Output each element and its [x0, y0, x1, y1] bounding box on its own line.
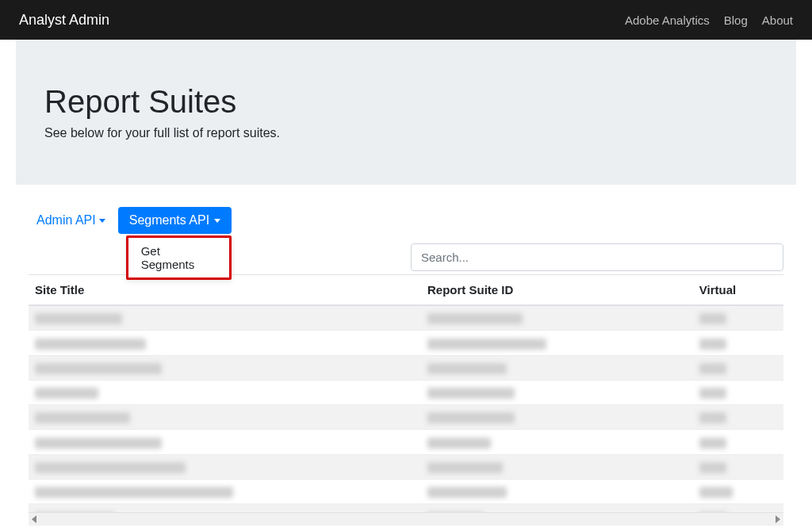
nav-link-adobe-analytics[interactable]: Adobe Analytics: [625, 13, 710, 27]
search-input[interactable]: [411, 243, 783, 271]
cell-virtual: [693, 380, 783, 404]
table-row[interactable]: [29, 430, 783, 454]
cell-virtual: [693, 331, 783, 355]
table-row[interactable]: [29, 480, 783, 504]
cell-report-suite-id: [421, 331, 693, 355]
table-row[interactable]: [29, 504, 783, 512]
cell-site-title: [29, 331, 421, 355]
page-subtitle: See below for your full list of report s…: [44, 126, 768, 140]
table-row[interactable]: [29, 355, 783, 380]
admin-api-dropdown-button[interactable]: Admin API: [29, 209, 113, 232]
cell-report-suite-id: [421, 480, 693, 504]
cell-report-suite-id: [421, 405, 693, 430]
redacted-text: [699, 412, 726, 423]
segments-api-label: Segments API: [129, 213, 209, 228]
redacted-text: [699, 339, 726, 350]
cell-virtual: [693, 454, 783, 479]
redacted-text: [427, 487, 507, 498]
redacted-text: [427, 438, 491, 449]
report-suites-section: Site Title Report Suite ID Virtual: [29, 243, 783, 512]
caret-down-icon: [99, 219, 105, 223]
column-header-report-suite-id[interactable]: Report Suite ID: [421, 275, 693, 305]
cell-site-title: [29, 480, 421, 504]
api-toolbar: Admin API Segments API Get Segments: [0, 185, 812, 234]
segments-api-dropdown-menu: Get Segments: [126, 235, 232, 280]
redacted-text: [699, 313, 726, 324]
redacted-text: [35, 363, 162, 374]
segments-api-dropdown-button[interactable]: Segments API: [118, 207, 232, 234]
cell-virtual: [693, 355, 783, 380]
redacted-text: [35, 438, 162, 449]
table-row[interactable]: [29, 305, 783, 331]
navbar: Analyst Admin Adobe Analytics Blog About: [0, 0, 812, 40]
cell-virtual: [693, 305, 783, 331]
cell-report-suite-id: [421, 355, 693, 380]
redacted-text: [427, 388, 515, 399]
redacted-text: [427, 462, 503, 473]
cell-report-suite-id: [421, 454, 693, 479]
cell-site-title: [29, 430, 421, 454]
nav-link-about[interactable]: About: [762, 13, 793, 27]
cell-site-title: [29, 454, 421, 479]
navbar-nav: Adobe Analytics Blog About: [625, 13, 793, 27]
report-suites-table-scroll[interactable]: Site Title Report Suite ID Virtual: [29, 274, 783, 512]
redacted-text: [699, 388, 726, 399]
page-hero: Report Suites See below for your full li…: [16, 40, 796, 185]
table-row[interactable]: [29, 454, 783, 479]
redacted-text: [35, 487, 233, 498]
cell-site-title: [29, 380, 421, 404]
dropdown-item-get-segments[interactable]: Get Segments: [128, 238, 229, 277]
redacted-text: [35, 339, 146, 350]
cell-report-suite-id: [421, 305, 693, 331]
table-row[interactable]: [29, 380, 783, 404]
cell-report-suite-id: [421, 504, 693, 512]
cell-site-title: [29, 504, 421, 512]
column-header-virtual[interactable]: Virtual: [693, 275, 783, 305]
cell-report-suite-id: [421, 430, 693, 454]
cell-virtual: [693, 480, 783, 504]
cell-site-title: [29, 305, 421, 331]
cell-site-title: [29, 405, 421, 430]
table-row[interactable]: [29, 331, 783, 355]
nav-link-blog[interactable]: Blog: [724, 13, 748, 27]
caret-down-icon: [214, 219, 220, 223]
redacted-text: [427, 363, 507, 374]
cell-site-title: [29, 355, 421, 380]
cell-virtual: [693, 504, 783, 512]
report-suites-table: Site Title Report Suite ID Virtual: [29, 275, 783, 512]
redacted-text: [35, 412, 130, 423]
page-title: Report Suites: [44, 84, 768, 120]
redacted-text: [427, 339, 546, 350]
cell-report-suite-id: [421, 380, 693, 404]
redacted-text: [699, 487, 733, 498]
cell-virtual: [693, 405, 783, 430]
redacted-text: [427, 313, 523, 324]
redacted-text: [699, 438, 726, 449]
redacted-text: [699, 462, 726, 473]
redacted-text: [35, 462, 186, 473]
table-row[interactable]: [29, 405, 783, 430]
admin-api-label: Admin API: [36, 213, 96, 228]
navbar-brand[interactable]: Analyst Admin: [19, 12, 109, 29]
redacted-text: [699, 363, 726, 374]
redacted-text: [35, 388, 98, 399]
redacted-text: [35, 313, 122, 324]
segments-api-dropdown: Segments API Get Segments: [118, 207, 232, 234]
redacted-text: [427, 412, 515, 423]
horizontal-scrollbar[interactable]: [29, 512, 783, 526]
cell-virtual: [693, 430, 783, 454]
